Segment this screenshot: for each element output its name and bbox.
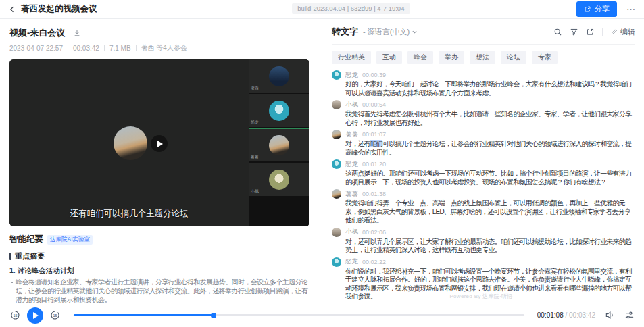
participant-avatar xyxy=(269,170,289,190)
video-size: 7.1 MB xyxy=(109,45,131,52)
total-time: 00:03:42 xyxy=(569,311,595,319)
speaker-name: 小枫 xyxy=(345,228,358,236)
participant-name: 小枫 xyxy=(251,188,259,195)
share-button-label: 分享 xyxy=(595,4,610,14)
video-play-overlay-button[interactable] xyxy=(151,135,168,152)
participant-name: 薯薯 xyxy=(251,154,259,160)
settings-sliders-icon[interactable] xyxy=(624,310,635,320)
time-display: 00:01:08 / 00:03:42 xyxy=(537,311,595,319)
summary-item-title: 1. 讨论峰会活动计划 xyxy=(9,266,309,276)
time-separator: / xyxy=(564,311,569,319)
more-menu-button[interactable]: ⋯ xyxy=(626,5,636,14)
svg-text:15: 15 xyxy=(53,313,57,318)
speaker-name: 怒龙 xyxy=(345,257,358,266)
video-panel: 视频-来自会议 2023-04-07 22:57 00:03:42 7.1 MB… xyxy=(0,19,318,303)
svg-text:15: 15 xyxy=(13,313,17,318)
summary-item: 1. 讨论峰会活动计划 峰会将邀请知名企业家、专家学者进行主题演讲，分享行业心得… xyxy=(9,266,309,303)
build-info-badge: build-2023.04.04 | 632d99 | 4-7 19:04 xyxy=(292,3,410,14)
keyword-tag[interactable]: 行业精英 xyxy=(332,51,371,64)
app-window: 著西发起的视频会议 build-2023.04.04 | 632d99 | 4-… xyxy=(0,0,644,327)
ai-summary-section: 智能纪要 达摩院AI实验室 重点摘要 1. 讨论峰会活动计划 峰会将邀请知名企业… xyxy=(9,234,309,303)
edit-button-label: 编辑 xyxy=(620,27,635,37)
speaker-name: 薯薯 xyxy=(345,130,358,139)
speaker-name: 薯薯 xyxy=(345,190,358,199)
keyword-tag[interactable]: 举办 xyxy=(439,51,464,64)
keyword-tag[interactable]: 互动 xyxy=(376,51,402,64)
volume-icon[interactable] xyxy=(605,310,615,320)
search-icon[interactable] xyxy=(553,28,562,36)
entry-timestamp[interactable]: 00:00:54 xyxy=(362,101,386,108)
participant-tile[interactable]: 小枫 xyxy=(249,163,309,196)
forward-15-button[interactable]: 15 xyxy=(49,309,61,321)
source-language-label[interactable]: - 源语言(中文) xyxy=(363,27,410,37)
summary-source-tag: 达摩院AI实验室 xyxy=(47,235,93,245)
transcript-entry: 小枫 00:02:06 对，还可以弄几个展示区，让大家了解行业的最新动态。咱们还… xyxy=(332,228,635,255)
transcript-entry: 薯薯 00:01:38 我觉得咱们得弄一个专业一点、高端一点的线上氛围布置上，可… xyxy=(332,189,635,225)
entry-timestamp[interactable]: 00:01:07 xyxy=(362,131,386,138)
top-bar: 著西发起的视频会议 build-2023.04.04 | 632d99 | 4-… xyxy=(0,0,644,19)
transcript-entry: 怒龙 00:00:39 好的，大家好，今天咱们一起讨论一下即将举办的那场行业峰会… xyxy=(332,70,635,97)
progress-bar[interactable] xyxy=(74,314,524,316)
entry-text[interactable]: 这两点挺好的。那咱们还可以考虑一下现场的互动环节。比如，搞个行业创新项目的路演，… xyxy=(345,170,635,186)
keyword-tag[interactable]: 想法 xyxy=(470,51,495,64)
video-stage xyxy=(9,59,249,226)
speaker-avatar xyxy=(332,159,341,169)
filter-icon[interactable] xyxy=(570,28,578,36)
download-icon[interactable] xyxy=(73,29,81,37)
entry-text[interactable]: 对，还有咱们可以搞几个主题分论坛，让参会的行业精英针对他们关心的领域进行深入的探… xyxy=(345,140,635,157)
powered-by-watermark: Powered By 达摩院·听悟 xyxy=(318,293,644,300)
playback-bar: 15 15 00:01:08 / 00:03:42 xyxy=(0,303,644,327)
keyword-tag[interactable]: 峰会 xyxy=(407,51,433,64)
video-date: 2023-04-07 22:57 xyxy=(9,45,63,52)
video-title: 视频-来自会议 xyxy=(9,27,65,39)
entry-text[interactable]: 我觉得咱们得弄一个专业一点、高端一点的线上氛围布置上，可以用低调的颜色，再加上一… xyxy=(345,199,635,225)
transcript-panel: 转文字 - 源语言(中文) xyxy=(318,19,644,303)
meta-divider xyxy=(104,45,105,51)
entry-text[interactable]: 好的，大家好，今天咱们一起讨论一下即将举办的那场行业峰会，大家有什么想法和建议吗… xyxy=(345,80,635,97)
current-time: 00:01:08 xyxy=(537,311,564,319)
speaker-avatar xyxy=(332,257,341,267)
video-subtitle: 还有咱们可以搞几个主题分论坛 xyxy=(9,208,249,220)
speaker-name: 怒龙 xyxy=(345,71,358,80)
panel-divider xyxy=(332,44,635,45)
entry-timestamp[interactable]: 00:02:22 xyxy=(362,259,386,266)
progress-fill xyxy=(74,314,214,316)
entry-timestamp[interactable]: 00:01:38 xyxy=(362,191,386,197)
toolbar-divider xyxy=(602,28,603,36)
export-icon[interactable] xyxy=(586,28,595,36)
keyword-tag[interactable]: 论坛 xyxy=(501,51,526,64)
participant-avatar xyxy=(269,66,289,86)
entry-text[interactable]: 我觉得首先得考虑怎么吸引杭州有个大牛，比如邀请一些知名的企业家、专家、学者，让他… xyxy=(345,110,635,127)
play-button[interactable] xyxy=(27,307,43,324)
rewind-15-button[interactable]: 15 xyxy=(9,309,21,321)
video-player[interactable]: 著西 怒龙 薯薯 小枫 还有咱们可以搞几个主题分论坛 xyxy=(9,59,309,226)
summary-title: 智能纪要 xyxy=(9,234,43,245)
edit-button[interactable]: 编辑 xyxy=(610,27,635,37)
participant-avatar xyxy=(269,135,289,155)
entry-timestamp[interactable]: 00:02:06 xyxy=(362,229,386,236)
video-meta: 2023-04-07 22:57 00:03:42 7.1 MB 著西 等4人参… xyxy=(9,43,309,53)
keyword-tags: 行业精英 互动 峰会 举办 想法 论坛 专家 xyxy=(332,51,635,64)
summary-items: 1. 讨论峰会活动计划 峰会将邀请知名企业家、专家学者进行主题演讲，分享行业心得… xyxy=(9,266,309,303)
participant-avatar xyxy=(269,101,289,121)
share-button[interactable]: 分享 xyxy=(576,1,617,17)
participant-tile[interactable]: 怒龙 xyxy=(249,94,309,127)
speaker-avatar xyxy=(332,189,341,199)
participant-tile[interactable]: 著西 xyxy=(249,59,309,93)
section-accent-bar xyxy=(9,253,11,260)
entry-timestamp[interactable]: 00:00:39 xyxy=(362,72,386,78)
speaker-avatar xyxy=(332,70,341,80)
back-icon[interactable] xyxy=(8,5,16,14)
video-duration: 00:03:42 xyxy=(73,45,99,52)
entry-text[interactable]: 对，还可以弄几个展示区，让大家了解行业的最新动态。咱们还可以搞援助论坛，比如探讨… xyxy=(345,238,635,255)
entry-timestamp[interactable]: 00:01:20 xyxy=(362,161,386,168)
progress-handle[interactable] xyxy=(211,313,216,318)
summary-item-text: 峰会将邀请知名企业家、专家学者进行主题演讲，分享行业心得和发展趋势。同时，会设立… xyxy=(9,278,309,303)
participant-tile[interactable]: 薯薯 xyxy=(249,128,309,161)
participant-name: 怒龙 xyxy=(251,120,259,126)
video-attendees: 著西 等4人参会 xyxy=(141,43,187,53)
share-icon xyxy=(584,5,591,13)
keyword-tag[interactable]: 专家 xyxy=(532,51,558,64)
chevron-down-icon[interactable] xyxy=(412,29,418,35)
speaker-avatar xyxy=(332,130,341,139)
